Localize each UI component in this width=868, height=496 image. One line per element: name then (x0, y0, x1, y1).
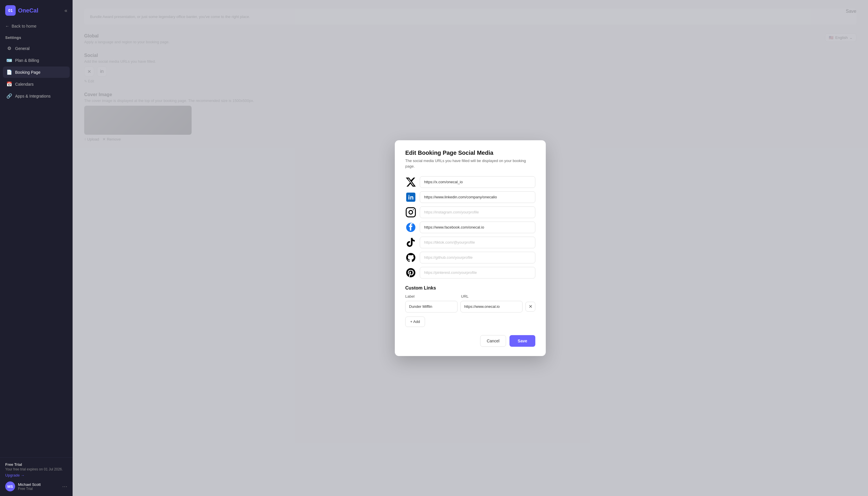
url-column-header: URL (461, 294, 535, 298)
custom-links-title: Custom Links (405, 285, 535, 291)
main-content-area: Save Bundle Award presentation, or just … (73, 0, 868, 496)
sidebar: 01 OneCal « ← Back to home Settings ⚙ Ge… (0, 0, 73, 496)
facebook-icon (405, 222, 416, 233)
user-avatar: MS (5, 481, 15, 491)
sidebar-label-plan-billing: Plan & Billing (15, 58, 39, 63)
svg-point-3 (413, 209, 414, 210)
sidebar-footer: Free Trial Your free trial expires on 01… (0, 458, 73, 496)
general-icon: ⚙ (6, 46, 12, 51)
sidebar-item-booking-page[interactable]: 📄 Booking Page (3, 66, 70, 78)
logo-one: One (18, 7, 29, 14)
upgrade-button[interactable]: Upgrade → (5, 473, 67, 477)
modal-title: Edit Booking Page Social Media (405, 150, 535, 156)
save-button[interactable]: Save (509, 335, 535, 347)
linkedin-icon (405, 192, 416, 203)
sidebar-label-general: General (15, 46, 30, 51)
plan-billing-icon: 🪪 (6, 58, 12, 63)
modal-overlay: Edit Booking Page Social Media The socia… (73, 0, 868, 496)
label-column-header: Label (405, 294, 458, 298)
sidebar-header: 01 OneCal « (0, 0, 73, 21)
custom-links-header: Label URL (405, 294, 535, 298)
back-to-home-label: Back to home (12, 24, 36, 29)
instagram-row (405, 206, 535, 218)
linkedin-input[interactable] (420, 191, 535, 203)
sidebar-item-plan-billing[interactable]: 🪪 Plan & Billing (3, 55, 70, 66)
free-trial-label: Free Trial (5, 462, 67, 467)
booking-page-icon: 📄 (6, 69, 12, 75)
sidebar-item-calendars[interactable]: 📅 Calendars (3, 78, 70, 90)
github-input[interactable] (420, 252, 535, 263)
twitter-input[interactable] (420, 176, 535, 188)
svg-point-2 (409, 210, 413, 214)
pinterest-row (405, 267, 535, 279)
cancel-button[interactable]: Cancel (480, 335, 506, 347)
sidebar-nav: ⚙ General 🪪 Plan & Billing 📄 Booking Pag… (0, 43, 73, 458)
tiktok-row (405, 237, 535, 248)
settings-section-title: Settings (0, 34, 73, 43)
user-row: MS Michael Scott Free Trial ⋯ (5, 481, 67, 491)
add-custom-link-button[interactable]: + Add (405, 316, 425, 327)
app-logo: 01 OneCal (5, 5, 38, 16)
logo-badge: 01 (5, 5, 16, 16)
sidebar-item-apps-integrations[interactable]: 🔗 Apps & Integrations (3, 90, 70, 102)
custom-links-section: Custom Links Label URL ✕ + Add (405, 285, 535, 327)
user-plan: Free Trial (18, 487, 59, 491)
sidebar-label-calendars: Calendars (15, 82, 34, 87)
user-name: Michael Scott (18, 482, 59, 487)
remove-custom-link-button-0[interactable]: ✕ (525, 302, 535, 312)
tiktok-input[interactable] (420, 237, 535, 248)
github-icon (405, 252, 416, 263)
edit-social-media-modal: Edit Booking Page Social Media The socia… (395, 140, 546, 356)
pinterest-icon (405, 267, 416, 278)
instagram-icon (405, 207, 416, 218)
user-info: Michael Scott Free Trial (18, 482, 59, 491)
modal-subtitle: The social media URLs you have filled wi… (405, 158, 535, 169)
pinterest-input[interactable] (420, 267, 535, 279)
logo-text: OneCal (18, 7, 38, 14)
custom-link-url-input-0[interactable] (460, 301, 523, 312)
twitter-icon (405, 176, 416, 188)
facebook-input[interactable] (420, 221, 535, 233)
custom-link-label-input-0[interactable] (405, 301, 458, 312)
calendars-icon: 📅 (6, 81, 12, 87)
tiktok-icon (405, 237, 416, 248)
custom-link-row-0: ✕ (405, 301, 535, 312)
modal-footer: Cancel Save (405, 335, 535, 347)
sidebar-label-apps-integrations: Apps & Integrations (15, 94, 50, 98)
free-trial-description: Your free trial expires on 01 Jul 2026. (5, 467, 67, 471)
back-to-home-link[interactable]: ← Back to home (0, 21, 73, 34)
twitter-row (405, 176, 535, 188)
instagram-input[interactable] (420, 206, 535, 218)
sidebar-item-general[interactable]: ⚙ General (3, 43, 70, 54)
back-arrow-icon: ← (5, 24, 9, 29)
linkedin-row (405, 191, 535, 203)
user-menu-button[interactable]: ⋯ (62, 483, 67, 490)
github-row (405, 252, 535, 263)
apps-integrations-icon: 🔗 (6, 93, 12, 99)
svg-rect-1 (406, 208, 415, 217)
sidebar-label-booking-page: Booking Page (15, 70, 40, 75)
collapse-sidebar-button[interactable]: « (64, 7, 67, 14)
facebook-row (405, 221, 535, 233)
logo-cal: Cal (29, 7, 38, 14)
